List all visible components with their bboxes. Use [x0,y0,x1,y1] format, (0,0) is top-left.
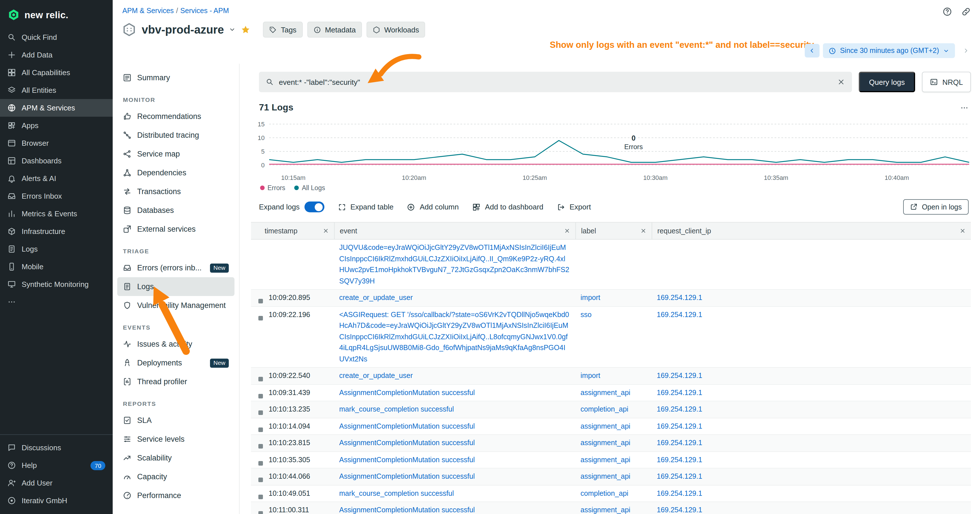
service-nav-logs[interactable]: Logs [117,277,234,296]
service-nav-databases[interactable]: Databases [117,201,234,220]
sidebar-item-help[interactable]: Help70 [0,457,113,474]
sidebar-item-dashboards[interactable]: Dashboards [0,152,113,170]
sidebar-item-metrics-events[interactable]: Metrics & Events [0,205,113,223]
table-row[interactable]: 10:10:35.305AssignmentCompletionMutation… [251,452,971,468]
table-row[interactable]: 10:09:31.439AssignmentCompletionMutation… [251,385,971,401]
sidebar-item-synthetic-monitoring[interactable]: Synthetic Monitoring [0,275,113,293]
sidebar-item-add-data[interactable]: Add Data [0,46,113,64]
newrelic-logo[interactable]: new relic. [0,0,113,29]
service-nav-issues-activity[interactable]: Issues & activity [117,335,234,353]
logs-chart[interactable]: 05101510:15am10:20am10:25am10:30am10:35a… [255,115,971,183]
event-link[interactable]: AssignmentCompletionMutation successful [339,473,475,481]
label-link[interactable]: import [581,294,600,302]
legend-item-all-logs[interactable]: All Logs [294,185,325,191]
sidebar-item-more[interactable] [0,293,113,311]
label-link[interactable]: assignment_api [581,439,630,447]
event-link[interactable]: AssignmentCompletionMutation successful [339,439,475,447]
time-back-button[interactable] [805,44,819,57]
service-nav-vulnerability-management[interactable]: Vulnerability Management [117,296,234,315]
row-expand-handle[interactable] [258,427,263,432]
table-row[interactable]: 10:09:20.895create_or_update_userimport1… [251,290,971,307]
sidebar-item-alerts-ai[interactable]: Alerts & AI [0,170,113,187]
close-icon[interactable] [959,228,966,234]
sidebar-item-quick-find[interactable]: Quick Find [0,29,113,46]
sidebar-item-apps[interactable]: Apps [0,117,113,134]
service-nav-service-levels[interactable]: Service levels [117,430,234,449]
event-link[interactable]: AssignmentCompletionMutation successful [339,506,475,514]
sidebar-item-all-capabilities[interactable]: All Capabilities [0,64,113,81]
label-link[interactable]: completion_api [581,405,628,413]
table-row[interactable]: JUQVU&code=eyJraWQiOiJjcGltY29yZV8wOTl1M… [251,240,971,290]
table-row[interactable]: 10:09:22.196<ASGIRequest: GET '/sso/call… [251,307,971,368]
row-expand-handle[interactable] [258,494,263,499]
event-link[interactable]: JUQVU&code=eyJraWQiOiJjcGltY29yZV8wOTl1M… [339,243,570,285]
sidebar-item-apm-services[interactable]: APM & Services [0,99,113,117]
logs-query-input[interactable]: event:* -"label":"security" [259,72,852,92]
event-link[interactable]: <ASGIRequest: GET '/sso/callback/?state=… [339,310,569,363]
legend-item-errors[interactable]: Errors [260,185,285,191]
entity-chevron-down-icon[interactable] [229,26,236,33]
time-range-button[interactable]: Since 30 minutes ago (GMT+2) [823,43,955,58]
sidebar-item-logs[interactable]: Logs [0,240,113,258]
event-link[interactable]: mark_course_completion successful [339,405,454,413]
event-link[interactable]: mark_course_completion successful [339,489,454,497]
close-icon[interactable] [640,228,646,234]
label-link[interactable]: sso [581,310,592,318]
row-expand-handle[interactable] [258,394,263,398]
row-expand-handle[interactable] [258,299,263,303]
add-column-button[interactable]: Add column [407,203,459,211]
service-nav-thread-profiler[interactable]: Thread profiler [117,372,234,391]
toggle-on-icon[interactable] [304,202,324,212]
event-link[interactable]: create_or_update_user [339,294,413,302]
nrql-button[interactable]: NRQL [922,72,971,92]
row-expand-handle[interactable] [258,377,263,381]
help-circle-icon[interactable] [942,7,952,16]
add-to-dashboard-button[interactable]: Add to dashboard [473,203,543,211]
sidebar-item-infrastructure[interactable]: Infrastructure [0,223,113,240]
sidebar-item-discussions[interactable]: Discussions [0,439,113,457]
label-link[interactable]: assignment_api [581,473,630,481]
sidebar-item-add-user[interactable]: Add User [0,474,113,492]
table-row[interactable]: 10:09:22.540create_or_update_userimport1… [251,368,971,385]
event-link[interactable]: AssignmentCompletionMutation successful [339,388,475,396]
service-nav-transactions[interactable]: Transactions [117,182,234,201]
favorite-star-icon[interactable] [241,25,251,35]
sidebar-item-iterativ-gmbh[interactable]: Iterativ GmbH [0,492,113,509]
table-row[interactable]: 10:10:44.066AssignmentCompletionMutation… [251,468,971,485]
service-nav-performance[interactable]: Performance [117,486,234,505]
service-nav-summary[interactable]: Summary [117,68,234,87]
service-nav-deployments[interactable]: DeploymentsNew [117,353,234,372]
ip-link[interactable]: 169.254.129.1 [657,473,702,481]
query-logs-button[interactable]: Query logs [859,72,915,92]
label-link[interactable]: import [581,372,600,380]
service-nav-sla[interactable]: SLA [117,411,234,430]
time-forward-button[interactable] [958,44,973,57]
row-expand-handle[interactable] [258,411,263,415]
table-row[interactable]: 10:10:13.235mark_course_completion succe… [251,401,971,418]
workloads-button[interactable]: Workloads [366,22,425,38]
metadata-button[interactable]: Metadata [307,22,362,38]
table-row[interactable]: 10:10:14.094AssignmentCompletionMutation… [251,418,971,435]
service-nav-errors-errors-inb[interactable]: Errors (errors inb...New [117,258,234,277]
label-link[interactable]: assignment_api [581,422,630,430]
service-nav-external-services[interactable]: External services [117,220,234,239]
label-link[interactable]: assignment_api [581,388,630,396]
expand-logs-toggle[interactable]: Expand logs [259,202,324,212]
export-button[interactable]: Export [557,203,591,211]
service-nav-service-map[interactable]: Service map [117,145,234,163]
ip-link[interactable]: 169.254.129.1 [657,405,702,413]
service-nav-distributed-tracing[interactable]: Distributed tracing [117,126,234,145]
breadcrumb-apm-services[interactable]: APM & Services [123,7,174,15]
label-link[interactable]: assignment_api [581,506,630,514]
table-row[interactable]: 10:11:00.311AssignmentCompletionMutation… [251,502,971,514]
event-link[interactable]: AssignmentCompletionMutation successful [339,456,475,464]
service-nav-recommendations[interactable]: Recommendations [117,107,234,126]
label-link[interactable]: assignment_api [581,456,630,464]
ip-link[interactable]: 169.254.129.1 [657,422,702,430]
sidebar-item-errors-inbox[interactable]: Errors Inbox [0,187,113,205]
ip-link[interactable]: 169.254.129.1 [657,388,702,396]
expand-table-button[interactable]: Expand table [338,203,393,211]
permalink-icon[interactable] [961,7,971,16]
sidebar-item-mobile[interactable]: Mobile [0,258,113,275]
service-nav-dependencies[interactable]: Dependencies [117,163,234,182]
